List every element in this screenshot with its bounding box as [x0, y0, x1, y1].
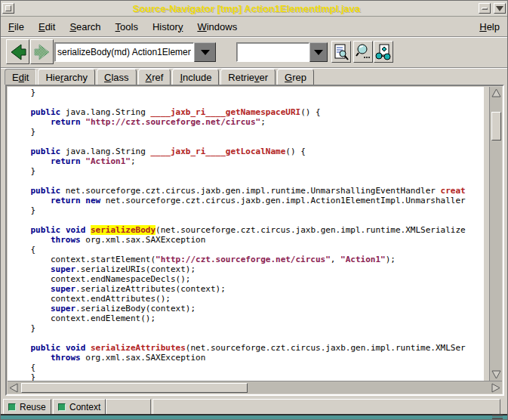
scroll-up-button[interactable] — [491, 88, 502, 99]
code-line: { — [11, 245, 466, 255]
menu-item-help[interactable]: Help — [479, 21, 500, 32]
code-line — [11, 215, 466, 225]
statusbar: ReuseContext — [2, 399, 506, 415]
code-line: super.serializeURIs(context); — [11, 264, 466, 274]
code-text: } public java.lang.String ____jaxb_ri___… — [11, 88, 466, 381]
tab-include[interactable]: Include — [172, 69, 219, 85]
code-line: return new net.sourceforge.czt.circus.ja… — [11, 196, 466, 205]
menu-item-history[interactable]: History — [152, 21, 183, 32]
vertical-scrollbar[interactable] — [489, 87, 502, 381]
context-label: Context — [69, 402, 100, 412]
code-line: public java.lang.String ____jaxb_ri____g… — [11, 107, 466, 117]
code-line: super.serializeBody(context); — [11, 304, 466, 313]
code-line: return "Action1"; — [11, 156, 466, 166]
chevron-down-icon — [314, 50, 323, 55]
toolbar — [2, 38, 506, 67]
search-combo-dropdown[interactable] — [309, 42, 328, 62]
status-panel-message — [152, 399, 500, 415]
find-button[interactable] — [353, 41, 373, 63]
doc-magnifier-icon — [333, 43, 349, 61]
forward-button[interactable] — [30, 39, 54, 64]
chevron-down-icon — [496, 6, 503, 11]
code-line: context.endAttributes(); — [11, 294, 466, 304]
scroll-down-button[interactable] — [491, 369, 502, 380]
app-window: Source-Navigator [tmp] Action1ElementImp… — [0, 0, 508, 420]
titlebar[interactable]: Source-Navigator [tmp] Action1ElementImp… — [1, 1, 507, 17]
menu-item-windows[interactable]: Windows — [197, 21, 237, 32]
symbol-combo-dropdown[interactable] — [194, 42, 216, 62]
symbol-combo-input[interactable] — [54, 42, 194, 62]
code-line — [11, 97, 466, 107]
arrow-down-icon — [491, 369, 501, 379]
tab-xref[interactable]: Xref — [138, 69, 171, 85]
code-line: public void serializeBody(net.sourceforg… — [11, 225, 466, 235]
tab-edit[interactable]: Edit — [5, 69, 36, 85]
reuse-label: Reuse — [20, 402, 46, 412]
back-arrow-icon — [8, 42, 28, 62]
menu-item-search[interactable]: Search — [69, 21, 100, 32]
code-line: context.endElement(); — [11, 313, 466, 323]
scroll-right-button[interactable] — [490, 382, 501, 394]
code-line: { — [11, 363, 466, 372]
code-line: context.endNamespaceDecls(); — [11, 274, 466, 284]
code-line: } — [11, 323, 466, 333]
editor: } public java.lang.String ____jaxb_ri___… — [5, 85, 504, 396]
horizontal-scrollbar[interactable] — [8, 381, 502, 394]
forward-arrow-icon — [32, 42, 52, 62]
code-line: super.serializeAttributes(context); — [11, 284, 466, 294]
menu-item-edit[interactable]: Edit — [38, 21, 55, 32]
window-title: Source-Navigator [tmp] Action1ElementImp… — [16, 3, 477, 14]
code-line: return "http://czt.sourceforge.net/circu… — [11, 117, 466, 127]
code-line: context.startElement("http://czt.sourcef… — [11, 255, 466, 264]
context-indicator — [58, 403, 66, 411]
minimize-icon — [482, 8, 488, 10]
context-toggle[interactable]: Context — [53, 399, 106, 415]
window-menu-button[interactable] — [2, 3, 14, 14]
minimize-button[interactable] — [479, 3, 491, 14]
menu-item-tools[interactable]: Tools — [115, 21, 138, 32]
code-line — [11, 176, 466, 186]
retrieve-icon — [374, 43, 393, 61]
horizontal-scroll-thumb[interactable] — [21, 383, 248, 393]
arrow-up-icon — [491, 88, 501, 98]
code-line: } — [11, 88, 466, 97]
code-editor[interactable]: } public java.lang.String ____jaxb_ri___… — [8, 87, 484, 381]
retriever-button[interactable] — [374, 41, 393, 63]
menubar-items: FileEditSearchToolsHistoryWindows — [8, 21, 479, 32]
window-menu-icon — [5, 5, 11, 11]
code-line: } — [11, 372, 466, 381]
menu-item-file[interactable]: File — [8, 21, 24, 32]
tab-hierarchy[interactable]: Hierarchy — [38, 69, 95, 85]
scroll-left-button[interactable] — [8, 382, 20, 394]
arrow-left-icon — [9, 383, 19, 393]
code-line — [11, 137, 466, 147]
window-bottom-edge — [1, 414, 507, 419]
reuse-indicator — [8, 403, 16, 411]
status-panel-small — [106, 399, 151, 415]
resize-grip[interactable] — [492, 415, 503, 419]
code-line: public net.sourceforge.czt.circus.jaxb.g… — [11, 186, 466, 196]
code-line: } — [11, 205, 466, 215]
code-line: } — [11, 166, 466, 176]
code-line — [11, 333, 466, 343]
titlebar-dropdown-button[interactable] — [494, 3, 506, 14]
menubar: FileEditSearchToolsHistoryWindows Help — [2, 17, 506, 36]
search-combo-input[interactable] — [236, 42, 309, 62]
code-line: public void serializeAttributes(net.sour… — [11, 343, 466, 353]
code-line: } — [11, 127, 466, 137]
chevron-down-icon — [201, 50, 210, 55]
search-icon — [355, 43, 371, 61]
tab-grep[interactable]: Grep — [277, 69, 314, 85]
code-line: throws org.xml.sax.SAXException — [11, 353, 466, 363]
vertical-scroll-thumb[interactable] — [491, 112, 501, 141]
reuse-toggle[interactable]: Reuse — [3, 399, 51, 415]
tab-class[interactable]: Class — [97, 69, 137, 85]
tab-retriever[interactable]: Retriever — [220, 69, 276, 85]
code-line: throws org.xml.sax.SAXException — [11, 235, 466, 245]
symbol-browser-button[interactable] — [331, 41, 351, 63]
code-line: public java.lang.String ____jaxb_ri____g… — [11, 147, 466, 156]
back-button[interactable] — [6, 39, 29, 64]
tabbar: EditHierarchyClassXrefIncludeRetrieverGr… — [5, 68, 506, 85]
arrow-right-icon — [491, 383, 500, 393]
